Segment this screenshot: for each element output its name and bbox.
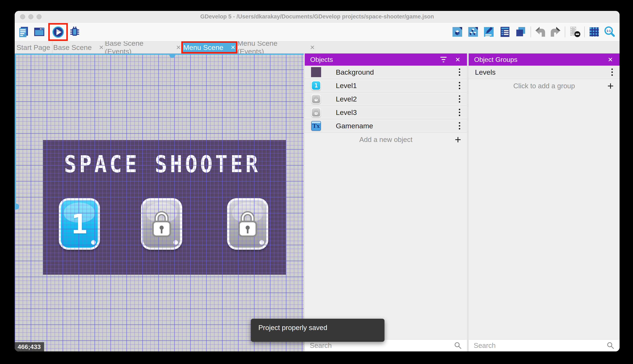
- scene-editor-canvas[interactable]: SPACE SHOOTER 1: [15, 54, 304, 352]
- level2-button-instance[interactable]: [141, 198, 182, 250]
- object-row-level2[interactable]: Level2: [305, 92, 467, 106]
- tab-label: Menu Scene: [183, 44, 223, 52]
- object-thumbnail: 1: [311, 81, 321, 90]
- project-manager-icon[interactable]: [18, 26, 30, 38]
- object-thumbnail: [311, 108, 321, 117]
- object-groups-panel: Object Groups ✕ Levels Click to add a gr…: [469, 54, 619, 352]
- main-area: SPACE SHOOTER 1: [15, 54, 619, 352]
- scene-title-text-instance[interactable]: SPACE SHOOTER: [43, 151, 282, 178]
- lock-icon: [149, 209, 174, 239]
- layers-editor-icon[interactable]: [515, 26, 527, 38]
- save-toast: Project properly saved: [251, 319, 385, 342]
- objects-panel: Objects ✕ Background 1 Level1 Level2: [305, 54, 467, 352]
- objects-search-input[interactable]: [310, 342, 454, 350]
- object-name: Level3: [336, 108, 357, 116]
- tab-start-page[interactable]: Start Page: [15, 41, 53, 54]
- object-groups-panel-header: Object Groups ✕: [469, 54, 619, 66]
- object-row-background[interactable]: Background: [305, 66, 467, 79]
- kebab-menu-icon[interactable]: [458, 67, 462, 77]
- objects-panel-title: Objects: [310, 56, 439, 64]
- tab-menu-scene[interactable]: Menu Scene ✕: [181, 41, 237, 54]
- scene-window-icon[interactable]: [33, 26, 45, 38]
- redo-icon[interactable]: [549, 26, 562, 38]
- vertical-scrollbar[interactable]: [15, 54, 16, 210]
- tab-close-icon[interactable]: ✕: [310, 44, 315, 51]
- object-thumbnail: [311, 67, 321, 77]
- vertical-scrollbar-thumb[interactable]: [16, 204, 19, 210]
- search-icon[interactable]: [606, 342, 614, 350]
- preview-play-icon[interactable]: [52, 26, 64, 38]
- plus-icon[interactable]: +: [607, 80, 614, 92]
- tab-close-icon[interactable]: ✕: [99, 44, 104, 51]
- undo-icon[interactable]: [534, 26, 546, 38]
- level1-button-instance[interactable]: 1: [59, 198, 100, 250]
- lock-icon: [235, 209, 260, 239]
- kebab-menu-icon[interactable]: [458, 121, 462, 131]
- toast-message: Project properly saved: [258, 324, 327, 332]
- window-title: GDevelop 5 - /Users/dkarakay/Documents/G…: [200, 14, 434, 20]
- object-name: Level1: [336, 82, 357, 90]
- zoom-one-to-one-icon[interactable]: 1:1: [603, 26, 615, 38]
- object-thumbnail: [311, 94, 321, 104]
- search-icon[interactable]: [454, 342, 462, 350]
- object-row-level3[interactable]: Level3: [305, 106, 467, 119]
- preview-highlight-box: [48, 23, 68, 41]
- close-icon[interactable]: ✕: [606, 55, 615, 64]
- tab-close-icon[interactable]: ✕: [230, 44, 235, 51]
- toggle-grid-icon[interactable]: [588, 26, 600, 38]
- add-object-icon[interactable]: [451, 26, 463, 38]
- cursor-coordinates: 466;433: [15, 342, 44, 352]
- group-row-levels[interactable]: Levels: [469, 66, 619, 79]
- kebab-menu-icon[interactable]: [458, 108, 462, 118]
- add-object-button[interactable]: Add a new object +: [305, 133, 467, 146]
- groups-search-bar: [469, 340, 619, 352]
- instances-list-icon[interactable]: [499, 26, 511, 38]
- add-object-label: Add a new object: [359, 136, 412, 144]
- minimize-window-button[interactable]: [28, 14, 33, 19]
- tab-label: Base Scene (Events): [105, 39, 169, 56]
- tab-menu-scene-events[interactable]: Menu Scene (Events) ✕: [237, 41, 315, 54]
- horizontal-scrollbar[interactable]: [15, 54, 304, 55]
- tab-label: Menu Scene (Events): [237, 39, 303, 56]
- edit-scene-properties-icon[interactable]: [483, 26, 495, 38]
- add-group-label: Click to add a group: [513, 82, 575, 90]
- close-window-button[interactable]: [20, 14, 25, 19]
- object-name: Gamename: [336, 122, 373, 130]
- gdevelop-window: GDevelop 5 - /Users/dkarakay/Documents/G…: [15, 11, 619, 352]
- tabbar: Start Page Base Scene ✕ Base Scene (Even…: [15, 41, 619, 54]
- object-row-gamename[interactable]: Tx Gamename: [305, 119, 467, 133]
- level3-button-instance[interactable]: [227, 198, 268, 250]
- tab-base-scene[interactable]: Base Scene ✕: [53, 41, 105, 54]
- toolbar: 1:1: [15, 23, 619, 41]
- tab-base-scene-events[interactable]: Base Scene (Events) ✕: [105, 41, 181, 54]
- level1-digit: 1: [71, 208, 87, 240]
- kebab-menu-icon[interactable]: [458, 94, 462, 104]
- horizontal-scrollbar-thumb[interactable]: [169, 55, 175, 58]
- kebab-menu-icon[interactable]: [458, 81, 462, 90]
- object-groups-panel-title: Object Groups: [474, 56, 606, 64]
- toolbar-divider: [531, 26, 531, 37]
- zoom-ratio-label: 1:1: [606, 29, 611, 32]
- objects-panel-header: Objects ✕: [305, 54, 467, 66]
- close-icon[interactable]: ✕: [453, 55, 462, 64]
- add-objects-group-icon[interactable]: [467, 26, 479, 38]
- tab-label: Base Scene: [53, 44, 92, 52]
- scene-background-instance[interactable]: SPACE SHOOTER 1: [43, 140, 286, 275]
- window-mask-icon[interactable]: [569, 26, 581, 38]
- panel-divider[interactable]: [467, 54, 469, 352]
- filter-icon[interactable]: [439, 55, 448, 64]
- object-name: Background: [336, 68, 374, 76]
- object-row-level1[interactable]: 1 Level1: [305, 79, 467, 92]
- group-name: Levels: [475, 68, 496, 76]
- groups-search-input[interactable]: [474, 342, 606, 350]
- debug-icon[interactable]: [69, 26, 81, 38]
- toolbar-divider: [565, 26, 565, 37]
- tab-close-icon[interactable]: ✕: [176, 44, 181, 51]
- maximize-window-button[interactable]: [37, 14, 42, 19]
- add-group-button[interactable]: Click to add a group +: [469, 79, 619, 93]
- traffic-lights: [20, 14, 42, 19]
- kebab-menu-icon[interactable]: [610, 67, 614, 77]
- object-name: Level2: [336, 95, 357, 103]
- plus-icon[interactable]: +: [455, 134, 461, 145]
- toolbar-divider: [584, 26, 585, 37]
